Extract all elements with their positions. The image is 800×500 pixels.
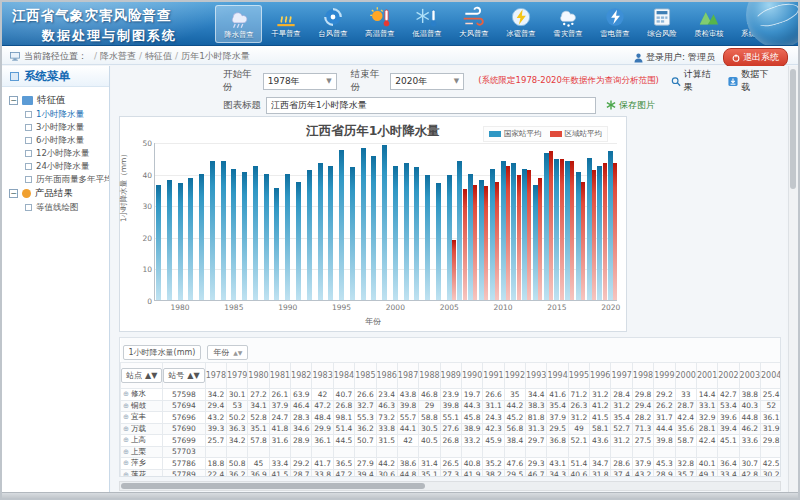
value-cell: 52.8 [248, 412, 269, 424]
sidebar-item-0-2[interactable]: 6小时降水量 [25, 134, 109, 147]
tree-collapse-icon[interactable]: − [9, 189, 18, 198]
sidebar-group-1[interactable]: −产品结果 [9, 186, 109, 201]
expand-icon[interactable]: ⊕ [123, 436, 129, 444]
value-cell: 28.1 [696, 423, 717, 435]
year-column-header[interactable]: 1993 [526, 363, 547, 389]
nav-item-snow[interactable]: 雪灾普查 [544, 5, 591, 43]
year-column-header[interactable]: 1984 [333, 363, 354, 389]
calculate-button[interactable]: 计算结果 [671, 68, 717, 94]
value-type-chip[interactable]: 1小时降水量(mm) [123, 345, 202, 360]
year-sort-chip[interactable]: 年份▲▼ [207, 345, 248, 360]
checkbox-icon[interactable] [25, 163, 32, 170]
checkbox-icon[interactable] [25, 111, 32, 118]
year-column-header[interactable]: 2001 [696, 363, 717, 389]
chart-title-input[interactable] [266, 97, 596, 114]
expand-icon[interactable]: ⊕ [123, 459, 129, 467]
year-column-header[interactable]: 1981 [269, 363, 290, 389]
wind-icon [461, 6, 487, 28]
nav-item-hot[interactable]: 高温普查 [356, 5, 403, 43]
download-button[interactable]: 数据下载 [728, 68, 774, 94]
checkbox-icon[interactable] [25, 176, 32, 183]
col-code-header-sort[interactable]: 站号▲▼ [163, 368, 204, 383]
station-cell[interactable]: ⊕上栗 [121, 446, 163, 458]
expand-icon[interactable]: ⊕ [123, 402, 129, 410]
col-station-header-sort[interactable]: 站点▲▼ [121, 368, 162, 383]
checkbox-icon[interactable] [25, 204, 32, 211]
year-column-header[interactable]: 1989 [440, 363, 461, 389]
year-column-header[interactable]: 1978 [205, 363, 226, 389]
nav-item-lightning[interactable]: 雷电普查 [591, 5, 638, 43]
year-column-header[interactable]: 1986 [376, 363, 397, 389]
year-column-header[interactable]: 2003 [739, 363, 760, 389]
value-cell: 24.3 [483, 412, 504, 424]
v-scroll-thumb[interactable] [790, 69, 796, 189]
sidebar-item-0-1[interactable]: 3小时降水量 [25, 121, 109, 134]
year-column-header[interactable]: 2002 [718, 363, 739, 389]
value-cell: 39.8 [440, 400, 461, 412]
year-column-header[interactable]: 1980 [248, 363, 269, 389]
sidebar-item-1-0[interactable]: 等值线绘图 [25, 201, 109, 214]
start-year-select[interactable]: 1978年▼ [263, 73, 337, 90]
expand-icon[interactable]: ⊕ [123, 413, 129, 421]
sidebar-item-0-5[interactable]: 历年面雨量多年平均降水量 [25, 173, 109, 186]
station-cell[interactable]: ⊕宜丰 [121, 412, 163, 424]
nav-item-audit[interactable]: 质检审核 [685, 5, 732, 43]
expand-icon[interactable]: ⊕ [123, 425, 129, 433]
station-cell[interactable]: ⊕万载 [121, 423, 163, 435]
checkbox-icon[interactable] [25, 137, 32, 144]
value-cell: 28.4 [611, 389, 632, 401]
horizontal-scrollbar[interactable] [119, 481, 781, 491]
checkbox-icon[interactable] [25, 150, 32, 157]
breadcrumb-segment[interactable]: 历年1小时降水量 [181, 51, 250, 61]
sidebar-item-0-3[interactable]: 12小时降水量 [25, 147, 109, 160]
year-column-header[interactable]: 2004 [760, 363, 781, 389]
expand-icon[interactable]: ⊕ [123, 390, 129, 398]
nav-item-typhoon[interactable]: 台风普查 [309, 5, 356, 43]
year-column-header[interactable]: 1991 [483, 363, 504, 389]
year-column-header[interactable]: 1994 [547, 363, 568, 389]
station-cell[interactable]: ⊕萍乡 [121, 458, 163, 470]
sidebar-item-0-0[interactable]: 1小时降水量 [25, 108, 109, 121]
year-column-header[interactable]: 1987 [397, 363, 418, 389]
value-cell: 44.2 [376, 458, 397, 470]
checkbox-icon[interactable] [25, 124, 32, 131]
station-cell[interactable]: ⊕莲花 [121, 469, 163, 477]
year-column-header[interactable]: 1990 [461, 363, 482, 389]
value-cell: 36.1 [760, 412, 781, 424]
nav-item-rain[interactable]: 降水普查 [215, 5, 262, 43]
sidebar-item-0-4[interactable]: 24小时降水量 [25, 160, 109, 173]
end-year-select[interactable]: 2020年▼ [390, 73, 464, 90]
breadcrumb-segment[interactable]: 降水普查 [100, 51, 136, 61]
year-column-header[interactable]: 1983 [312, 363, 333, 389]
vertical-scrollbar[interactable] [788, 66, 798, 492]
station-cell[interactable]: ⊕修水 [121, 389, 163, 401]
logout-button[interactable]: 退出系统 [723, 48, 788, 67]
save-image-button[interactable]: 保存图片 [606, 99, 655, 112]
tree-collapse-icon[interactable]: − [9, 96, 18, 105]
year-column-header[interactable]: 1996 [590, 363, 611, 389]
station-cell[interactable]: ⊕上高 [121, 435, 163, 447]
expand-icon[interactable]: ⊕ [123, 448, 129, 456]
year-column-header[interactable]: 1988 [419, 363, 440, 389]
x-axis-title: 年份 [120, 316, 626, 327]
year-column-header[interactable]: 1995 [568, 363, 589, 389]
year-column-header[interactable]: 1985 [355, 363, 376, 389]
year-column-header[interactable]: 1982 [291, 363, 312, 389]
year-column-header[interactable]: 1997 [611, 363, 632, 389]
nav-item-wind[interactable]: 大风普查 [450, 5, 497, 43]
sidebar-group-0[interactable]: −特征值 [9, 93, 109, 108]
year-column-header[interactable]: 1979 [226, 363, 247, 389]
year-column-header[interactable]: 1999 [654, 363, 675, 389]
h-scroll-thumb[interactable] [121, 483, 425, 489]
nav-item-risk[interactable]: 综合风险 [638, 5, 685, 43]
nav-item-drought[interactable]: 干旱普查 [262, 5, 309, 43]
year-column-header[interactable]: 1992 [504, 363, 525, 389]
nav-item-cold[interactable]: 低温普查 [403, 5, 450, 43]
station-cell[interactable]: ⊕铜鼓 [121, 400, 163, 412]
nav-item-hail[interactable]: 冰雹普查 [497, 5, 544, 43]
expand-icon[interactable]: ⊕ [123, 471, 129, 477]
breadcrumb-segment[interactable]: 特征值 [145, 51, 172, 61]
year-column-header[interactable]: 1998 [632, 363, 653, 389]
sidebar-title-label: 系统菜单 [24, 66, 70, 87]
year-column-header[interactable]: 2000 [675, 363, 696, 389]
